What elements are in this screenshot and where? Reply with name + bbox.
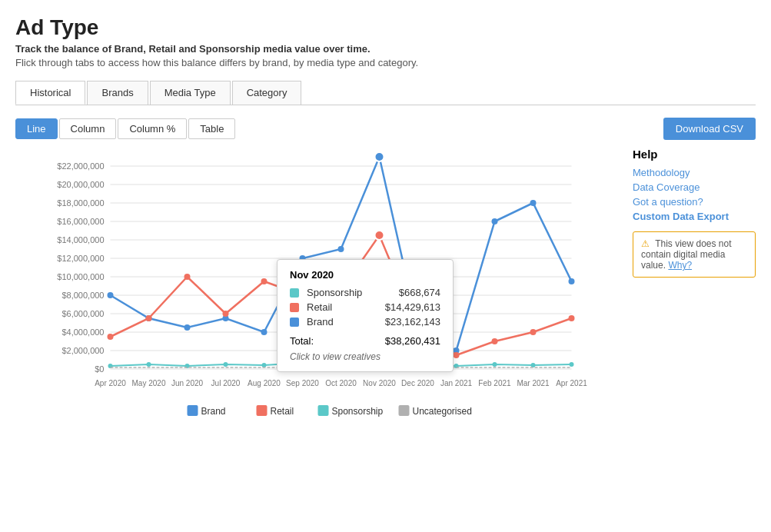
svg-point-35	[530, 200, 537, 206]
svg-text:Dec 2020: Dec 2020	[401, 379, 434, 387]
tooltip-total-label: Total:	[290, 335, 314, 347]
svg-point-40	[223, 311, 229, 317]
svg-text:May 2020: May 2020	[132, 379, 166, 387]
tooltip-row-sponsorship: Sponsorship $668,674	[290, 287, 440, 298]
svg-point-61	[531, 363, 536, 367]
svg-text:Uncategorised: Uncategorised	[413, 406, 472, 417]
main-content: $22,000,000 $20,000,000 $18,000,000 $16,…	[15, 148, 756, 474]
svg-point-41	[261, 278, 268, 284]
tooltip-title: Nov 2020	[290, 269, 440, 281]
tooltip-total: Total: $38,260,431	[290, 332, 440, 347]
svg-point-24	[108, 292, 114, 298]
svg-text:Brand: Brand	[201, 406, 226, 417]
svg-point-48	[530, 329, 537, 335]
page-title: Ad Type	[15, 15, 756, 40]
svg-point-60	[493, 362, 497, 367]
chart-area: $22,000,000 $20,000,000 $18,000,000 $16,…	[15, 148, 620, 474]
chart-type-buttons: Line Column Column % Table	[15, 118, 235, 139]
warning-box: ⚠ This view does not contain digital med…	[633, 231, 756, 278]
svg-rect-79	[188, 405, 198, 416]
subtitle-light: Flick through tabs to access how this ba…	[15, 57, 756, 68]
tooltip-label-sponsorship: Sponsorship	[307, 287, 391, 298]
tooltip-row-retail: Retail $14,429,613	[290, 301, 440, 313]
svg-text:$4,000,000: $4,000,000	[61, 328, 104, 337]
svg-text:Feb 2021: Feb 2021	[478, 379, 511, 387]
tab-historical[interactable]: Historical	[15, 81, 85, 105]
svg-text:Sponsorship: Sponsorship	[332, 406, 384, 417]
subtitle-bold: Track the balance of Brand, Retail and S…	[15, 43, 756, 55]
tooltip-label-retail: Retail	[307, 301, 377, 313]
svg-rect-85	[399, 405, 410, 416]
svg-text:Jan 2021: Jan 2021	[440, 379, 473, 387]
tab-brands[interactable]: Brands	[87, 81, 148, 105]
tooltip-value-brand: $23,162,143	[385, 316, 440, 328]
svg-text:Mar 2021: Mar 2021	[517, 379, 550, 387]
svg-text:Sep 2020: Sep 2020	[286, 379, 319, 387]
got-question-link[interactable]: Got a question?	[633, 196, 756, 208]
svg-text:$0: $0	[95, 364, 104, 374]
tooltip-value-sponsorship: $668,674	[399, 287, 440, 298]
svg-point-62	[570, 362, 574, 367]
svg-text:Retail: Retail	[271, 406, 294, 417]
warning-icon: ⚠	[641, 238, 650, 249]
tooltip-value-retail: $14,429,613	[385, 301, 440, 313]
svg-text:Nov 2020: Nov 2020	[363, 379, 396, 387]
svg-point-77	[375, 231, 384, 240]
svg-rect-81	[257, 405, 268, 416]
tooltip-label-brand: Brand	[307, 316, 377, 328]
svg-point-47	[492, 338, 498, 344]
tooltip-row-brand: Brand $23,162,143	[290, 316, 440, 328]
svg-text:Apr 2021: Apr 2021	[556, 379, 587, 387]
sidebar: Help Methodology Data Coverage Got a que…	[633, 148, 756, 474]
svg-point-37	[108, 334, 114, 340]
chart-btn-column[interactable]: Column	[59, 118, 117, 139]
svg-point-49	[569, 315, 575, 321]
tooltip-total-value: $38,260,431	[385, 335, 440, 347]
svg-point-36	[569, 278, 575, 284]
svg-text:Jul 2020: Jul 2020	[211, 379, 241, 387]
svg-point-39	[184, 274, 191, 280]
chart-btn-line[interactable]: Line	[15, 118, 58, 139]
data-coverage-link[interactable]: Data Coverage	[633, 181, 756, 193]
tooltip-dot-sponsorship	[290, 288, 299, 298]
svg-rect-83	[318, 405, 329, 416]
svg-text:$2,000,000: $2,000,000	[61, 346, 104, 355]
svg-text:$6,000,000: $6,000,000	[61, 309, 104, 318]
tab-media-type[interactable]: Media Type	[150, 81, 231, 105]
svg-point-26	[184, 324, 191, 331]
tooltip-dot-brand	[290, 318, 299, 327]
svg-text:$22,000,000: $22,000,000	[57, 161, 104, 171]
tab-category[interactable]: Category	[232, 81, 302, 105]
svg-point-30	[338, 246, 344, 252]
svg-text:$10,000,000: $10,000,000	[57, 272, 104, 281]
svg-text:$16,000,000: $16,000,000	[57, 217, 104, 226]
tabs-bar: Historical Brands Media Type Category	[15, 81, 756, 105]
chart-tooltip: Nov 2020 Sponsorship $668,674 Retail $14…	[277, 259, 454, 372]
warning-why-link[interactable]: Why?	[668, 260, 692, 271]
svg-point-46	[454, 352, 460, 358]
download-csv-button[interactable]: Download CSV	[663, 118, 756, 140]
svg-point-28	[261, 329, 268, 335]
methodology-link[interactable]: Methodology	[633, 167, 756, 178]
svg-point-38	[146, 315, 152, 321]
svg-point-51	[147, 362, 151, 367]
svg-text:Oct 2020: Oct 2020	[325, 379, 357, 387]
svg-text:$8,000,000: $8,000,000	[61, 291, 104, 300]
tooltip-dot-retail	[290, 303, 299, 312]
svg-point-76	[375, 152, 384, 161]
svg-point-54	[262, 363, 267, 367]
svg-text:Apr 2020: Apr 2020	[95, 379, 126, 387]
help-title: Help	[633, 148, 756, 161]
svg-text:Jun 2020: Jun 2020	[171, 379, 204, 387]
tooltip-click-hint[interactable]: Click to view creatives	[290, 351, 440, 362]
svg-text:$14,000,000: $14,000,000	[57, 235, 104, 244]
svg-point-53	[224, 362, 228, 367]
svg-text:$12,000,000: $12,000,000	[57, 254, 104, 263]
svg-text:$18,000,000: $18,000,000	[57, 198, 104, 208]
chart-btn-column-pct[interactable]: Column %	[118, 118, 187, 139]
custom-data-export-link[interactable]: Custom Data Export	[633, 211, 756, 222]
chart-controls: Line Column Column % Table Download CSV	[15, 118, 756, 140]
chart-btn-table[interactable]: Table	[188, 118, 235, 139]
svg-text:Aug 2020: Aug 2020	[248, 379, 281, 387]
svg-text:$20,000,000: $20,000,000	[57, 180, 104, 189]
